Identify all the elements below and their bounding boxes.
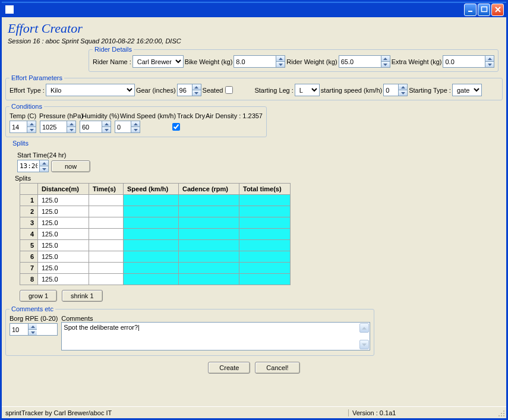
spin-down-icon[interactable] <box>381 62 390 67</box>
bike-weight-spinner[interactable] <box>234 55 285 68</box>
spin-up-icon[interactable] <box>131 121 140 127</box>
rider-name-select[interactable]: Carl Brewer <box>132 55 184 68</box>
spin-down-icon[interactable] <box>28 330 37 335</box>
comments-textarea[interactable] <box>61 322 370 350</box>
cell-distance[interactable]: 125.0 <box>38 240 89 251</box>
spin-up-icon[interactable] <box>485 56 494 62</box>
wind-label: Wind Speed (km/h) <box>120 112 177 119</box>
spin-down-icon[interactable] <box>398 90 407 96</box>
rider-weight-spinner[interactable] <box>339 55 390 68</box>
cell-time[interactable] <box>89 263 124 274</box>
cell-total <box>239 195 291 206</box>
cancel-button[interactable]: Cancel! <box>255 362 299 374</box>
seated-checkbox[interactable] <box>225 86 233 94</box>
effort-type-select[interactable]: Kilo <box>46 84 135 96</box>
resize-grip-icon[interactable] <box>497 409 505 417</box>
cell-total <box>239 217 291 229</box>
starting-speed-spinner[interactable] <box>383 84 408 96</box>
svg-point-3 <box>501 413 502 414</box>
spin-down-icon[interactable] <box>485 62 494 67</box>
gear-input[interactable] <box>178 84 192 96</box>
cell-distance[interactable]: 125.0 <box>38 263 89 274</box>
spin-up-icon[interactable] <box>28 324 37 330</box>
shrink-button[interactable]: shrink 1 <box>62 290 103 302</box>
cell-distance[interactable]: 125.0 <box>38 217 89 229</box>
bike-weight-input[interactable] <box>234 56 276 67</box>
row-number: 7 <box>20 263 38 274</box>
close-button[interactable] <box>491 4 504 16</box>
gear-spinner[interactable] <box>177 84 201 96</box>
cell-distance[interactable]: 125.0 <box>38 229 89 240</box>
humidity-input[interactable] <box>80 121 102 132</box>
spin-up-icon[interactable] <box>39 160 48 166</box>
spin-up-icon[interactable] <box>67 121 75 127</box>
grow-button[interactable]: grow 1 <box>20 290 57 302</box>
spin-down-icon[interactable] <box>39 166 48 172</box>
start-time-input[interactable] <box>18 160 39 172</box>
row-number: 2 <box>20 206 38 217</box>
bike-weight-label: Bike Weight (kg) <box>185 58 233 65</box>
borg-spinner[interactable] <box>10 323 58 336</box>
borg-label: Borg RPE (0-20) <box>10 315 58 322</box>
row-number: 6 <box>20 251 38 263</box>
spin-down-icon[interactable] <box>276 62 285 67</box>
cell-time[interactable] <box>89 251 124 263</box>
cell-distance[interactable]: 125.0 <box>38 274 89 285</box>
spin-down-icon[interactable] <box>131 127 140 132</box>
starting-leg-select[interactable]: L <box>295 84 320 96</box>
humidity-spinner[interactable] <box>80 121 111 133</box>
spin-down-icon[interactable] <box>102 127 111 132</box>
spin-up-icon[interactable] <box>276 56 285 62</box>
spin-up-icon[interactable] <box>381 56 390 62</box>
cell-speed <box>124 217 179 229</box>
cell-distance[interactable]: 125.0 <box>38 206 89 217</box>
spin-down-icon[interactable] <box>192 90 201 96</box>
pressure-input[interactable] <box>40 121 67 132</box>
cell-cadence <box>179 251 239 263</box>
cell-time[interactable] <box>89 240 124 251</box>
maximize-button[interactable] <box>478 4 490 16</box>
temp-input[interactable] <box>10 121 27 132</box>
starting-speed-input[interactable] <box>384 84 398 96</box>
cell-time[interactable] <box>89 195 124 206</box>
wind-input[interactable] <box>115 121 131 132</box>
cell-cadence <box>179 217 239 229</box>
effort-parameters-group: Effort Parameters Effort Type : Kilo Gea… <box>5 74 503 100</box>
cell-cadence <box>179 274 239 285</box>
cell-distance[interactable]: 125.0 <box>38 195 89 206</box>
spin-up-icon[interactable] <box>27 121 36 127</box>
cell-time[interactable] <box>89 206 124 217</box>
scroll-down-icon[interactable] <box>359 340 369 349</box>
start-time-spinner[interactable] <box>17 160 49 172</box>
cell-time[interactable] <box>89 229 124 240</box>
spin-up-icon[interactable] <box>398 84 407 90</box>
rider-weight-input[interactable] <box>339 56 381 67</box>
starting-type-select[interactable]: gate <box>452 84 482 96</box>
create-button[interactable]: Create <box>208 362 250 374</box>
now-button[interactable]: now <box>51 160 90 172</box>
gear-label: Gear (inches) <box>136 87 176 94</box>
temp-spinner[interactable] <box>10 121 36 133</box>
wind-spinner[interactable] <box>115 121 140 133</box>
spin-up-icon[interactable] <box>192 84 201 90</box>
cell-distance[interactable]: 125.0 <box>38 251 89 263</box>
extra-weight-spinner[interactable] <box>443 55 494 68</box>
row-number: 8 <box>20 274 38 285</box>
cell-speed <box>124 195 179 206</box>
cell-speed <box>124 263 179 274</box>
spin-down-icon[interactable] <box>27 127 36 132</box>
titlebar <box>2 2 506 17</box>
minimize-button[interactable] <box>464 4 477 16</box>
pressure-spinner[interactable] <box>40 121 76 133</box>
spin-up-icon[interactable] <box>102 121 111 127</box>
extra-weight-input[interactable] <box>443 56 485 67</box>
table-row: 3125.0 <box>20 217 291 229</box>
borg-input[interactable] <box>10 324 28 335</box>
cell-time[interactable] <box>89 217 124 229</box>
scroll-up-icon[interactable] <box>359 323 369 333</box>
track-dry-checkbox[interactable] <box>172 123 180 131</box>
spin-down-icon[interactable] <box>67 127 75 132</box>
cell-time[interactable] <box>89 274 124 285</box>
seated-label: Seated <box>203 87 223 94</box>
col-time: Time(s) <box>89 184 124 195</box>
